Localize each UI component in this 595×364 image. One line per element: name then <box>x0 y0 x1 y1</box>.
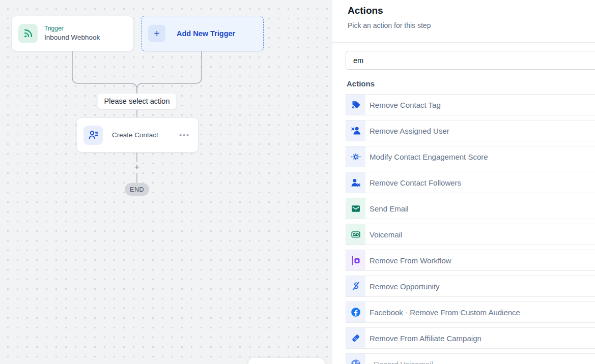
action-list: Remove Contact Tag Remove Assigned User … <box>346 94 595 364</box>
connector-edges <box>0 0 332 364</box>
add-new-trigger-button[interactable]: + Add New Trigger <box>141 16 264 51</box>
action-list-item[interactable]: Facebook - Remove From Custom Audience <box>346 301 595 323</box>
create-contact-node[interactable]: Create Contact ••• <box>76 117 199 153</box>
action-label: Remove From Workflow <box>365 250 451 270</box>
node-menu-ellipsis-icon[interactable]: ••• <box>179 131 190 139</box>
facebook-icon <box>346 302 365 322</box>
actions-panel: Actions Pick an action for this step Act… <box>332 0 595 364</box>
action-label: Voicemail <box>365 224 402 245</box>
action-list-item[interactable]: Voicemail <box>346 224 595 245</box>
action-label: Remove Opportunity <box>365 276 440 296</box>
create-contact-icon <box>83 126 103 145</box>
user-remove-icon <box>346 120 365 141</box>
action-list-item[interactable]: Record Voicemail <box>346 353 595 364</box>
action-label: Remove Assigned User <box>365 120 449 141</box>
action-list-item[interactable]: Send Email <box>346 198 595 219</box>
action-label: Facebook - Remove From Custom Audience <box>365 302 520 322</box>
actions-section-header: Actions <box>347 79 375 88</box>
end-badge: END <box>125 183 149 196</box>
opportunity-remove-icon <box>346 276 365 296</box>
action-list-item[interactable]: Remove Contact Tag <box>346 94 595 115</box>
panel-subtitle: Pick an action for this step <box>348 21 431 29</box>
followers-remove-icon <box>346 172 365 193</box>
canvas-bottom-toolbar[interactable] <box>248 357 325 364</box>
workflow-builder: Trigger Inbound Webhook + Add New Trigge… <box>0 0 595 364</box>
trigger-node[interactable]: Trigger Inbound Webhook <box>11 16 134 51</box>
engagement-score-icon <box>346 146 365 167</box>
action-label: Remove From Affiliate Campaign <box>365 328 481 348</box>
add-new-trigger-label: Add New Trigger <box>177 29 235 38</box>
trigger-node-kicker: Trigger <box>44 25 100 33</box>
action-label: Remove Contact Tag <box>365 95 441 115</box>
select-action-prompt[interactable]: Please select action <box>98 94 177 109</box>
action-list-item[interactable]: Modify Contact Engagement Score <box>346 146 595 167</box>
record-voicemail-icon <box>346 354 365 364</box>
action-label: Record Voicemail <box>365 354 433 364</box>
email-icon <box>346 198 365 219</box>
action-search-input[interactable] <box>346 51 595 70</box>
trigger-node-title: Inbound Webhook <box>44 34 100 42</box>
action-label: Send Email <box>365 198 409 219</box>
panel-title: Actions <box>348 5 383 16</box>
voicemail-icon <box>346 224 365 245</box>
panel-divider <box>332 42 595 43</box>
action-list-item[interactable]: Remove Assigned User <box>346 120 595 141</box>
action-list-item[interactable]: Remove Opportunity <box>346 276 595 297</box>
action-list-item[interactable]: Remove From Workflow <box>346 250 595 271</box>
action-label: Modify Contact Engagement Score <box>365 146 488 167</box>
add-step-plus-icon[interactable]: + <box>134 163 140 172</box>
action-list-item[interactable]: Remove Contact Followers <box>346 172 595 193</box>
workflow-remove-icon <box>346 250 365 270</box>
action-label: Remove Contact Followers <box>365 172 461 193</box>
affiliate-icon <box>346 328 365 348</box>
webhook-icon <box>18 24 38 43</box>
tag-remove-icon <box>346 95 365 115</box>
action-list-item[interactable]: Remove From Affiliate Campaign <box>346 327 595 349</box>
plus-icon: + <box>148 25 165 42</box>
workflow-canvas[interactable]: Trigger Inbound Webhook + Add New Trigge… <box>0 0 332 364</box>
create-contact-label: Create Contact <box>112 131 158 139</box>
